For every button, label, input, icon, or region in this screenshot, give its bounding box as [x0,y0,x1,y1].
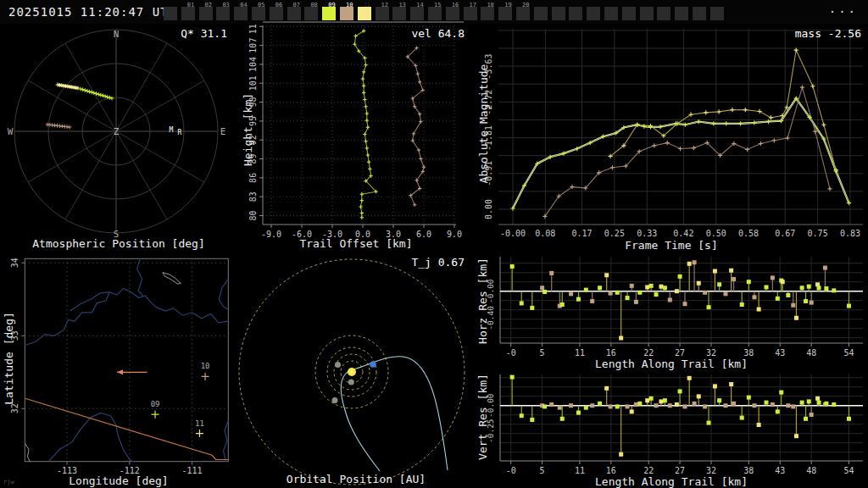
frame-thumb-09[interactable] [322,7,336,20]
residual-marker [542,290,547,294]
residual-marker [800,286,804,290]
residual-marker [791,404,795,408]
frame-thumb-11[interactable] [358,7,371,20]
tick-label: -0 [506,466,516,475]
tick-label: 32 [706,348,716,358]
ground-map-chart: 091011-113-112-111323334 [0,252,237,488]
tick-label: 54 [843,348,854,358]
residual-marker [707,421,711,425]
residual-marker [626,296,630,300]
residual-marker [675,402,679,407]
frame-thumb-18[interactable] [481,7,494,20]
frame-thumb[interactable] [640,7,654,20]
frame-thumb[interactable] [622,7,636,20]
plus-marker [83,88,87,92]
frame-thumb-13[interactable] [392,7,406,20]
frame-thumb-12[interactable] [376,7,389,20]
frame-thumb-16[interactable] [446,7,459,20]
frame-thumb-19[interactable] [498,7,512,20]
tick-label: 0.25 [604,229,625,238]
residual-marker [765,401,769,405]
frame-thumb-03[interactable] [216,7,230,20]
frame-thumb-04[interactable] [234,7,248,20]
residual-marker [794,434,798,438]
frame-thumb[interactable] [164,7,177,20]
plus-marker [665,141,670,145]
watermark: rjw [3,479,14,485]
tick-label: 11 [575,348,585,358]
frame-thumb-07[interactable] [287,7,301,20]
frame-thumb-01[interactable] [181,7,195,20]
residual-marker [740,302,744,307]
plus-marker [658,125,662,129]
frame-thumb-14[interactable] [410,7,424,20]
plus-marker [103,94,108,98]
residual-marker [687,262,692,266]
map-xlabel: Longitude [deg] [0,474,237,487]
tick-label: 101 [248,75,258,91]
trajectory-ground-track [25,398,229,459]
tick-label: 32 [10,403,19,413]
frame-thumb-15[interactable] [428,7,442,20]
river [219,279,228,309]
frame-thumb-06[interactable] [270,7,283,20]
plus-marker [419,157,422,160]
river [48,413,133,463]
residual-marker [847,417,851,421]
residual-marker [752,403,756,408]
compass-w: W [8,126,14,137]
plus-marker [416,72,420,75]
frame-thumb-05[interactable] [252,7,265,20]
station-label-11: 11 [195,419,204,428]
residual-marker [598,286,602,290]
frame-thumb-08[interactable] [304,7,318,20]
residual-marker [776,297,780,301]
frame-thumb[interactable] [693,7,706,20]
frame-number: 15 [434,2,441,8]
frame-thumb-17[interactable] [464,7,477,20]
frame-thumb[interactable] [604,7,618,20]
frame-thumb[interactable] [552,7,565,20]
terrain-feature [25,444,31,463]
trail-xlabel: Trail Offset [km] [237,237,475,250]
frame-thumb-10[interactable] [340,7,353,20]
sun-core [350,370,353,374]
plus-marker [364,63,367,66]
polar-spoke [116,131,167,219]
frame-number: 20 [522,2,529,8]
frame-thumb-20[interactable] [516,7,530,20]
residual-marker [668,297,672,302]
frame-thumb[interactable] [534,7,548,20]
residual-marker [630,284,634,288]
residual-marker [752,295,756,299]
frame-thumb[interactable] [587,7,600,20]
residual-marker [807,285,811,289]
radiant-marker-m: M [170,126,174,134]
frame-thumb[interactable] [569,7,582,20]
menu-ellipsis[interactable]: ... [829,2,858,15]
plus-marker [365,112,369,115]
compass-e: E [220,126,226,137]
frame-thumb[interactable] [710,7,724,20]
tick-label: 32 [706,466,716,475]
tick-label: 86 [248,173,258,183]
polar-spoke [116,131,204,182]
panel-ground-map: 091011-113-112-111323334 Longitude [deg]… [0,252,237,488]
plus-marker [757,109,761,114]
residual-marker [703,291,707,295]
plus-marker [361,77,364,80]
plus-marker [821,123,826,127]
residual-marker [619,452,623,457]
residual-marker [713,384,717,388]
residual-marker [832,402,836,407]
frame-thumb[interactable] [675,7,688,20]
frame-thumb[interactable] [657,7,670,20]
plus-marker [827,186,832,191]
plus-marker [360,211,364,214]
residual-marker [823,266,827,270]
polar-spoke [28,131,116,182]
plus-marker [711,121,715,125]
tick-label: 48 [806,466,816,475]
frame-thumb-02[interactable] [199,7,213,20]
tick-label: 22 [643,348,654,358]
